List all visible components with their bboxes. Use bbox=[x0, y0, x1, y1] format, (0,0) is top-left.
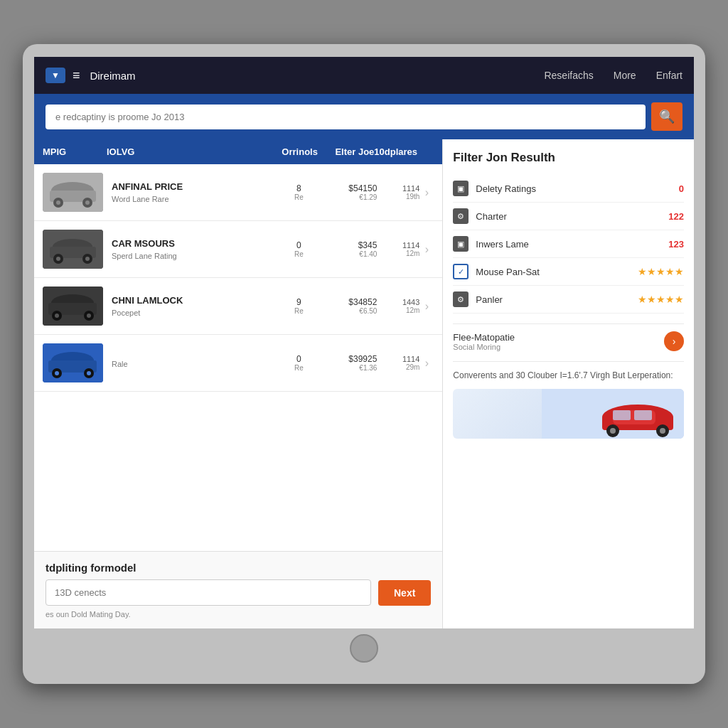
svg-rect-37 bbox=[634, 410, 652, 420]
home-button[interactable] bbox=[350, 634, 378, 663]
svg-point-27 bbox=[87, 371, 91, 375]
nav-dropdown-icon[interactable]: ▼ bbox=[46, 68, 65, 83]
filter-label-3: Inwers Lame bbox=[476, 239, 668, 250]
nav-link-research[interactable]: Reseifachs bbox=[544, 70, 593, 81]
filter-stars-4: ★★★★★ bbox=[638, 266, 684, 277]
nav-links: Reseifachs More Enfart bbox=[544, 70, 682, 81]
form-row: Next bbox=[46, 579, 431, 606]
filter-item-panler[interactable]: ⚙ Panler ★★★★★ bbox=[453, 286, 684, 314]
car-image-4 bbox=[43, 343, 103, 382]
svg-rect-36 bbox=[613, 410, 631, 420]
promo-subtitle: Social Moring bbox=[453, 343, 658, 351]
nav-link-more[interactable]: More bbox=[614, 70, 636, 81]
svg-point-13 bbox=[85, 257, 90, 261]
tablet-frame: ▼ ≡ Direimam Reseifachs More Enfart 🔍 MP… bbox=[23, 44, 705, 684]
table-row[interactable]: CHNI LAMLOCK Pocepet 9 Re $34852 €6.50 bbox=[34, 278, 442, 335]
search-button[interactable]: 🔍 bbox=[651, 102, 682, 131]
col-header-elter: Elter Joe bbox=[310, 146, 374, 157]
filter-label-1: Delety Ratings bbox=[476, 183, 678, 194]
car-info-1: ANFINAL PRICE Word Lane Rare bbox=[112, 181, 284, 203]
table-row[interactable]: ANFINAL PRICE Word Lane Rare 8 Re $54150… bbox=[34, 164, 442, 221]
car-subtitle-4: Rale bbox=[112, 360, 284, 368]
filter-info-text: Converents and 30 Clouber I=1.6'.7 Virgh… bbox=[453, 369, 684, 382]
promo-arrow-button[interactable]: › bbox=[664, 331, 684, 351]
promo-title: Flee-Matopatie bbox=[453, 332, 658, 343]
filter-label-4: Mouse Pan-Sat bbox=[476, 267, 638, 277]
form-note: es oun Dold Mating Day. bbox=[46, 610, 431, 619]
filter-icon-3: ▣ bbox=[453, 236, 469, 252]
car-image-1 bbox=[43, 173, 103, 212]
car-dist-3: 1443 12m bbox=[377, 298, 419, 314]
form-input[interactable] bbox=[46, 579, 371, 606]
car-dist-2: 1114 12m bbox=[377, 241, 419, 257]
svg-point-4 bbox=[56, 200, 60, 205]
car-dist-1: 1114 19th bbox=[377, 184, 419, 200]
car-price-2: $345 €1.40 bbox=[313, 240, 377, 258]
filter-stars-5: ★★★★★ bbox=[638, 294, 684, 305]
car-num-3: 9 Re bbox=[284, 297, 313, 315]
car-chevron-4[interactable]: › bbox=[419, 357, 434, 370]
car-subtitle-3: Pocepet bbox=[112, 309, 284, 317]
car-price-4: $39925 €1.36 bbox=[313, 354, 377, 372]
filter-item-mouse[interactable]: ✓ Mouse Pan-Sat ★★★★★ bbox=[453, 258, 684, 286]
filter-count-3: 123 bbox=[668, 239, 684, 250]
svg-point-11 bbox=[56, 257, 60, 261]
filter-title: Filter Jon Resulth bbox=[453, 151, 684, 165]
filter-label-5: Panler bbox=[476, 294, 638, 305]
search-bar: 🔍 bbox=[34, 94, 694, 139]
filter-icon-4: ✓ bbox=[453, 264, 469, 279]
filter-promo: Flee-Matopatie Social Moring › bbox=[453, 331, 684, 351]
search-input[interactable] bbox=[46, 105, 646, 129]
filter-item-charter[interactable]: ⚙ Charter 122 bbox=[453, 203, 684, 230]
car-chevron-1[interactable]: › bbox=[419, 186, 434, 199]
filter-icon-1: ▣ bbox=[453, 181, 469, 196]
svg-point-6 bbox=[85, 200, 90, 205]
car-subtitle-1: Word Lane Rare bbox=[112, 195, 284, 203]
svg-point-20 bbox=[87, 314, 91, 318]
col-header-iolvg: IOLVG bbox=[107, 146, 282, 157]
car-title-3: CHNI LAMLOCK bbox=[112, 295, 284, 307]
car-price-3: $34852 €6.50 bbox=[313, 297, 377, 315]
form-title: tdpliting formodel bbox=[46, 562, 431, 574]
table-row[interactable]: CAR MSOURS Sperd Lane Rating 0 Re $345 €… bbox=[34, 221, 442, 278]
filter-info-section: Converents and 30 Clouber I=1.6'.7 Virgh… bbox=[453, 361, 684, 439]
car-chevron-3[interactable]: › bbox=[419, 300, 434, 313]
col-header-10dplares: 10dplares bbox=[374, 146, 417, 157]
car-image-3 bbox=[43, 287, 103, 326]
filter-icon-5: ⚙ bbox=[453, 291, 469, 307]
filter-promo-text: Flee-Matopatie Social Moring bbox=[453, 332, 658, 351]
car-list: ANFINAL PRICE Word Lane Rare 8 Re $54150… bbox=[34, 164, 442, 551]
col-header-orrinols: Orrinols bbox=[282, 146, 310, 157]
nav-link-enfart[interactable]: Enfart bbox=[656, 70, 682, 81]
car-info-3: CHNI LAMLOCK Pocepet bbox=[112, 295, 284, 317]
next-button[interactable]: Next bbox=[378, 580, 431, 606]
nav-bar: ▼ ≡ Direimam Reseifachs More Enfart bbox=[34, 57, 694, 94]
car-title-1: ANFINAL PRICE bbox=[112, 181, 284, 193]
filter-promo-section: Flee-Matopatie Social Moring › bbox=[453, 323, 684, 351]
form-panel: tdpliting formodel Next es oun Dold Mati… bbox=[34, 551, 442, 628]
car-subtitle-2: Sperd Lane Rating bbox=[112, 252, 284, 260]
listing-panel: MPIG IOLVG Orrinols Elter Joe 10dplares bbox=[34, 139, 443, 628]
svg-point-18 bbox=[55, 314, 59, 318]
filter-label-2: Charter bbox=[476, 211, 668, 222]
tablet-screen: ▼ ≡ Direimam Reseifachs More Enfart 🔍 MP… bbox=[34, 57, 694, 628]
filter-count-1: 0 bbox=[679, 183, 684, 194]
nav-hamburger-icon[interactable]: ≡ bbox=[73, 68, 80, 83]
filter-icon-2: ⚙ bbox=[453, 208, 469, 224]
red-car-image bbox=[453, 389, 684, 439]
col-header-mpig: MPIG bbox=[43, 146, 107, 157]
filter-item-delety[interactable]: ▣ Delety Ratings 0 bbox=[453, 175, 684, 203]
svg-point-33 bbox=[610, 428, 616, 434]
car-chevron-2[interactable]: › bbox=[419, 243, 434, 256]
table-row[interactable]: Rale 0 Re $39925 €1.36 1114 29m bbox=[34, 335, 442, 392]
column-headers: MPIG IOLVG Orrinols Elter Joe 10dplares bbox=[34, 139, 442, 164]
car-info-2: CAR MSOURS Sperd Lane Rating bbox=[112, 238, 284, 260]
car-num-2: 0 Re bbox=[284, 240, 313, 258]
car-info-4: Rale bbox=[112, 358, 284, 368]
filter-item-inwers[interactable]: ▣ Inwers Lame 123 bbox=[453, 230, 684, 258]
car-title-2: CAR MSOURS bbox=[112, 238, 284, 250]
car-image-2 bbox=[43, 230, 103, 269]
car-dist-4: 1114 29m bbox=[377, 355, 419, 371]
car-price-1: $54150 €1.29 bbox=[313, 183, 377, 201]
svg-point-25 bbox=[55, 371, 59, 375]
